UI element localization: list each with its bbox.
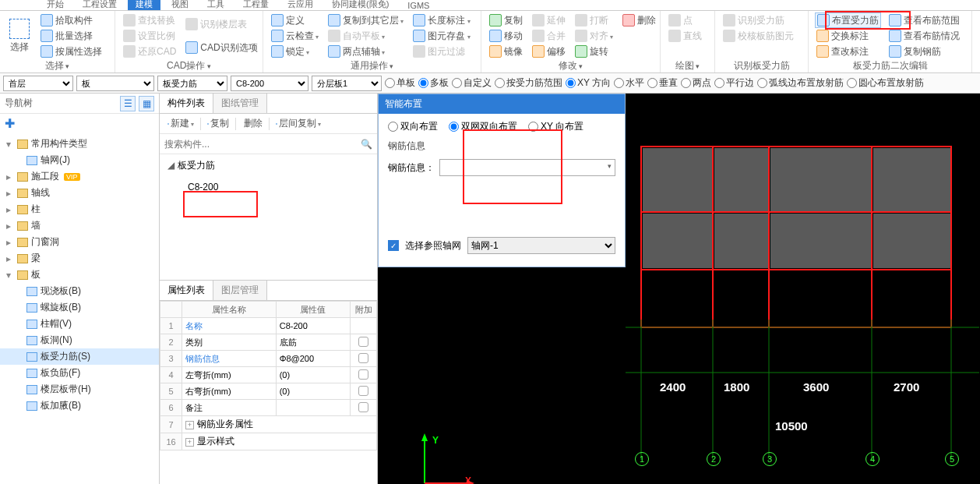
layer-select[interactable]: 分层板1: [312, 76, 382, 91]
tab-layers[interactable]: 图层管理: [213, 281, 267, 300]
pick-component[interactable]: 拾取构件: [39, 12, 104, 28]
list-group[interactable]: ◢板受力筋: [164, 157, 372, 174]
new-button[interactable]: 新建: [163, 116, 199, 132]
delete[interactable]: 删除: [621, 12, 657, 28]
tree-slab[interactable]: ▾板: [0, 267, 159, 283]
table-row[interactable]: 7+钢筋业务属性: [160, 416, 377, 433]
tab-cloud[interactable]: 云应用: [280, 0, 321, 10]
axis-checkbox[interactable]: ✓: [388, 240, 399, 251]
tab-collab[interactable]: 协同建模(限免): [324, 0, 397, 10]
grid-view-icon[interactable]: ▦: [139, 96, 154, 111]
tree-floor-strip[interactable]: 楼层板带(H): [0, 381, 159, 397]
radio-arc[interactable]: 弧线边布置放射筋: [757, 76, 844, 90]
radio-xy[interactable]: XY 方向: [566, 76, 611, 90]
lock[interactable]: 锁定: [270, 44, 320, 59]
property-panel: 属性列表 图层管理 属性名称属性值附加 1名称C8-200 2类别底筋 3钢筋信…: [160, 281, 377, 484]
list-item-c8[interactable]: C8-200: [182, 178, 372, 196]
type-select[interactable]: 板受力筋: [157, 76, 227, 91]
tab-comp-list[interactable]: 构件列表: [160, 94, 213, 113]
radio-horiz[interactable]: 水平: [614, 76, 644, 90]
radio-single[interactable]: 单板: [385, 76, 415, 90]
tab-start[interactable]: 开始: [39, 0, 72, 10]
tree-axis[interactable]: ▸轴线: [0, 185, 159, 201]
copy-button[interactable]: 复制: [203, 116, 234, 132]
tree-slab-hole[interactable]: 板洞(N): [0, 332, 159, 348]
elem-save[interactable]: 图元存盘: [411, 28, 471, 44]
radio-custom[interactable]: 自定义: [452, 76, 492, 90]
tree-opening[interactable]: ▸门窗洞: [0, 234, 159, 250]
tree-common[interactable]: ▾常用构件类型: [0, 136, 159, 152]
edit-annot[interactable]: 查改标注: [815, 44, 881, 59]
table-row[interactable]: 5右弯折(mm)(0): [160, 383, 377, 400]
mirror[interactable]: 镜像: [488, 44, 524, 59]
move[interactable]: 移动: [488, 28, 524, 44]
table-row[interactable]: 2类别底筋: [160, 334, 377, 351]
add-icon[interactable]: ✚: [0, 114, 159, 132]
radio-vert[interactable]: 垂直: [647, 76, 678, 90]
delete-button[interactable]: 删除: [238, 116, 267, 132]
search-icon[interactable]: 🔍: [361, 139, 372, 150]
tree-spiral-slab[interactable]: 螺旋板(B): [0, 299, 159, 316]
tree-slab-haunch[interactable]: 板加腋(B): [0, 397, 159, 414]
tab-proj[interactable]: 工程设置: [75, 0, 125, 10]
canvas-area[interactable]: 智能布置 双向布置 双网双向布置 XY 向布置 钢筋信息 钢筋信息： ✓ 选择参…: [378, 94, 980, 484]
ribbon: 选择 拾取构件 批量选择 按属性选择 选择 查找替换 设置比例 还原CAD 识别…: [0, 11, 980, 73]
opt-xy[interactable]: XY 向布置: [528, 120, 583, 133]
floor-select[interactable]: 首层: [3, 76, 73, 91]
axis-select[interactable]: 轴网-1: [467, 237, 615, 254]
radio-by-range[interactable]: 按受力筋范围: [495, 76, 562, 90]
tab-props[interactable]: 属性列表: [160, 281, 213, 300]
tab-igms[interactable]: IGMS: [400, 1, 437, 10]
swap-annot[interactable]: 交换标注: [815, 28, 881, 44]
tree-cap[interactable]: 柱帽(V): [0, 316, 159, 332]
search-box[interactable]: 🔍: [160, 134, 377, 154]
radio-multi[interactable]: 多板: [418, 76, 449, 90]
cad-recog-options[interactable]: CAD识别选项: [184, 40, 259, 55]
tree-beam[interactable]: ▸梁: [0, 250, 159, 267]
cloud-check[interactable]: 云检查: [270, 28, 320, 44]
list-view-icon[interactable]: ☰: [120, 96, 136, 111]
tree-wall[interactable]: ▸墙: [0, 217, 159, 234]
table-row[interactable]: 6备注: [160, 400, 377, 416]
table-row[interactable]: 3钢筋信息Φ8@200: [160, 351, 377, 367]
rebar-info-input[interactable]: [439, 159, 615, 176]
tree-slab-neg[interactable]: 板负筋(F): [0, 365, 159, 381]
define[interactable]: 定义: [270, 12, 320, 28]
tab-view[interactable]: 视图: [164, 0, 196, 10]
tree-cast-slab[interactable]: 现浇板(B): [0, 283, 159, 299]
copy[interactable]: 复制: [488, 12, 524, 28]
layer-copy-button[interactable]: 层间复制: [271, 116, 326, 132]
view-rebar-range[interactable]: 查看布筋范围: [887, 12, 961, 28]
copy-rebar[interactable]: 复制钢筋: [887, 44, 961, 59]
spec-select[interactable]: C8-200: [231, 76, 308, 91]
copy-to-other-floor[interactable]: 复制到其它层: [326, 12, 405, 28]
tab-drawing-mgmt[interactable]: 图纸管理: [213, 94, 267, 113]
rotate[interactable]: 旋转: [573, 44, 615, 59]
tab-qty[interactable]: 工程量: [235, 0, 277, 10]
opt-dblnet[interactable]: 双网双向布置: [449, 120, 517, 133]
tree-column[interactable]: ▸柱: [0, 201, 159, 217]
opt-2way[interactable]: 双向布置: [388, 120, 438, 133]
table-row[interactable]: 4左弯折(mm)(0): [160, 367, 377, 383]
search-input[interactable]: [164, 139, 361, 150]
select-button[interactable]: 选择: [3, 12, 36, 59]
tree-slab-rebar[interactable]: 板受力筋(S): [0, 348, 159, 365]
two-point-axis[interactable]: 两点辅轴: [326, 44, 405, 59]
radio-center[interactable]: 圆心布置放射筋: [847, 76, 924, 90]
radio-parallel[interactable]: 平行边: [714, 76, 754, 90]
length-dim[interactable]: 长度标注: [411, 12, 471, 28]
radio-2pt[interactable]: 两点: [681, 76, 711, 90]
view-rebar-status[interactable]: 查看布筋情况: [887, 28, 961, 44]
category-select[interactable]: 板: [76, 76, 154, 91]
tab-tool[interactable]: 工具: [199, 0, 232, 10]
offset[interactable]: 偏移: [531, 44, 567, 59]
table-row[interactable]: 16+显示样式: [160, 433, 377, 450]
tree-grid[interactable]: 轴网(J): [0, 152, 159, 168]
tree-construction[interactable]: ▸施工段VIP: [0, 168, 159, 185]
select-by-prop[interactable]: 按属性选择: [39, 44, 104, 59]
table-row[interactable]: 1名称C8-200: [160, 318, 377, 334]
elem-filter: 图元过滤: [411, 44, 471, 59]
arrange-rebar[interactable]: 布置受力筋: [815, 12, 881, 28]
tab-model[interactable]: 建模: [128, 0, 160, 10]
batch-select[interactable]: 批量选择: [39, 28, 104, 44]
